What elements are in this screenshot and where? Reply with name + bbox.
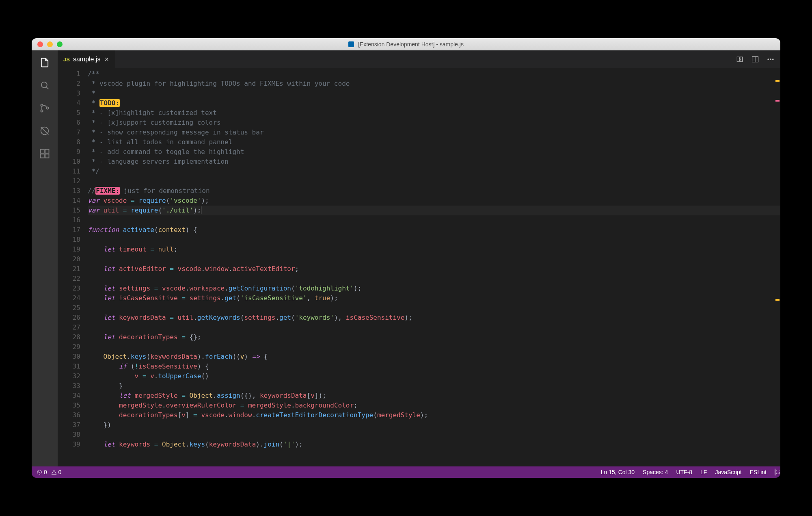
- line-number: 23: [58, 284, 80, 293]
- code-line[interactable]: v = v.toUpperCase(): [88, 371, 780, 381]
- code-line[interactable]: [88, 176, 780, 186]
- code-line[interactable]: [88, 303, 780, 313]
- line-number: 26: [58, 313, 80, 323]
- code-line[interactable]: [88, 323, 780, 332]
- search-icon[interactable]: [38, 79, 51, 92]
- line-number: 12: [58, 176, 80, 186]
- overview-ruler-mark: [775, 100, 780, 102]
- maximize-window-button[interactable]: [57, 41, 63, 47]
- code-line[interactable]: if (!isCaseSensitive) {: [88, 362, 780, 371]
- code-line[interactable]: let isCaseSensitive = settings.get('isCa…: [88, 293, 780, 303]
- line-number: 6: [58, 118, 80, 128]
- line-number: 9: [58, 147, 80, 157]
- status-encoding[interactable]: UTF-8: [676, 469, 692, 475]
- line-number: 25: [58, 303, 80, 313]
- close-tab-icon[interactable]: ×: [104, 55, 110, 64]
- code-line[interactable]: */: [88, 167, 780, 176]
- line-number: 39: [58, 440, 80, 449]
- explorer-icon[interactable]: [38, 56, 51, 69]
- code-line[interactable]: function activate(context) {: [88, 225, 780, 235]
- line-number: 15: [58, 206, 80, 215]
- code-editor[interactable]: 1234567891011121314151617181920212223242…: [58, 68, 780, 466]
- code-line[interactable]: let keywords = Object.keys(keywordsData)…: [88, 440, 780, 449]
- svg-rect-6: [45, 150, 49, 153]
- code-line[interactable]: [88, 254, 780, 264]
- line-number: 17: [58, 225, 80, 235]
- code-line[interactable]: }: [88, 381, 780, 391]
- line-number: 2: [58, 79, 80, 89]
- status-warnings[interactable]: 0: [51, 469, 62, 475]
- svg-rect-9: [737, 57, 739, 62]
- status-eol[interactable]: LF: [700, 469, 707, 475]
- source-control-icon[interactable]: [38, 102, 51, 115]
- close-window-button[interactable]: [37, 41, 43, 47]
- code-line[interactable]: var util = require('./util');: [88, 206, 780, 215]
- line-number: 19: [58, 245, 80, 254]
- svg-point-0: [41, 82, 47, 88]
- compare-icon[interactable]: [736, 55, 744, 63]
- line-number: 29: [58, 342, 80, 352]
- code-line[interactable]: * - show corresponding message in status…: [88, 128, 780, 137]
- minimize-window-button[interactable]: [47, 41, 53, 47]
- line-number: 1: [58, 69, 80, 79]
- line-number: 3: [58, 89, 80, 98]
- debug-icon[interactable]: [38, 124, 51, 137]
- code-line[interactable]: * - [x]highlight customized text: [88, 108, 780, 118]
- svg-point-1: [41, 104, 43, 106]
- window-title: [Extension Development Host] - sample.js: [32, 41, 780, 48]
- code-line[interactable]: * - [x]support customizing colors: [88, 118, 780, 128]
- code-line[interactable]: *: [88, 89, 780, 98]
- line-number: 24: [58, 293, 80, 303]
- code-line[interactable]: * vscode plugin for highlighting TODOs a…: [88, 79, 780, 89]
- code-line[interactable]: let activeEditor = vscode.window.activeT…: [88, 264, 780, 274]
- code-line[interactable]: Object.keys(keywordsData).forEach((v) =>…: [88, 352, 780, 362]
- code-line[interactable]: * - language servers implementation: [88, 157, 780, 167]
- line-number: 7: [58, 128, 80, 137]
- split-editor-icon[interactable]: [751, 55, 759, 63]
- code-content[interactable]: /** * vscode plugin for highlighting TOD…: [88, 68, 780, 466]
- code-line[interactable]: let decorationTypes = {};: [88, 332, 780, 342]
- code-line[interactable]: }): [88, 420, 780, 430]
- more-icon[interactable]: [767, 55, 775, 63]
- feedback-icon[interactable]: [775, 469, 775, 475]
- line-number: 28: [58, 332, 80, 342]
- code-line[interactable]: [88, 342, 780, 352]
- traffic-lights: [37, 41, 63, 47]
- code-line[interactable]: * - add command to toggle the highlight: [88, 147, 780, 157]
- code-line[interactable]: [88, 235, 780, 245]
- status-indentation[interactable]: Spaces: 4: [643, 469, 668, 475]
- code-line[interactable]: * TODO:: [88, 98, 780, 108]
- window-title-text: [Extension Development Host] - sample.js: [358, 41, 464, 48]
- editor-tabs: JS sample.js ×: [58, 50, 780, 68]
- status-eslint[interactable]: ESLint: [750, 469, 767, 475]
- tab-sample-js[interactable]: JS sample.js ×: [58, 50, 116, 68]
- code-line[interactable]: [88, 430, 780, 440]
- titlebar: [Extension Development Host] - sample.js: [32, 38, 780, 50]
- status-cursor-position[interactable]: Ln 15, Col 30: [601, 469, 635, 475]
- code-line[interactable]: mergedStyle.overviewRulerColor = mergedS…: [88, 401, 780, 410]
- svg-point-13: [770, 59, 771, 60]
- code-line[interactable]: var vscode = require('vscode');: [88, 196, 780, 206]
- code-line[interactable]: decorationTypes[v] = vscode.window.creat…: [88, 410, 780, 420]
- code-line[interactable]: /**: [88, 69, 780, 79]
- vscode-window: [Extension Development Host] - sample.js: [32, 38, 780, 478]
- code-line[interactable]: * - list all todos in command pannel: [88, 137, 780, 147]
- vscode-app-icon: [348, 41, 354, 47]
- svg-rect-7: [41, 154, 44, 158]
- code-line[interactable]: //FIXME: just for demonstration: [88, 186, 780, 196]
- line-number: 31: [58, 362, 80, 371]
- overview-ruler[interactable]: [773, 68, 780, 466]
- code-line[interactable]: let mergedStyle = Object.assign({}, keyw…: [88, 391, 780, 401]
- line-number: 16: [58, 215, 80, 225]
- status-errors[interactable]: 0: [37, 469, 47, 475]
- status-errors-count: 0: [44, 469, 47, 475]
- svg-point-2: [41, 110, 43, 112]
- line-number: 13: [58, 186, 80, 196]
- code-line[interactable]: let timeout = null;: [88, 245, 780, 254]
- code-line[interactable]: [88, 274, 780, 284]
- code-line[interactable]: [88, 215, 780, 225]
- code-line[interactable]: let keywordsData = util.getKeywords(sett…: [88, 313, 780, 323]
- extensions-icon[interactable]: [38, 147, 51, 160]
- code-line[interactable]: let settings = vscode.workspace.getConfi…: [88, 284, 780, 293]
- status-language[interactable]: JavaScript: [715, 469, 741, 475]
